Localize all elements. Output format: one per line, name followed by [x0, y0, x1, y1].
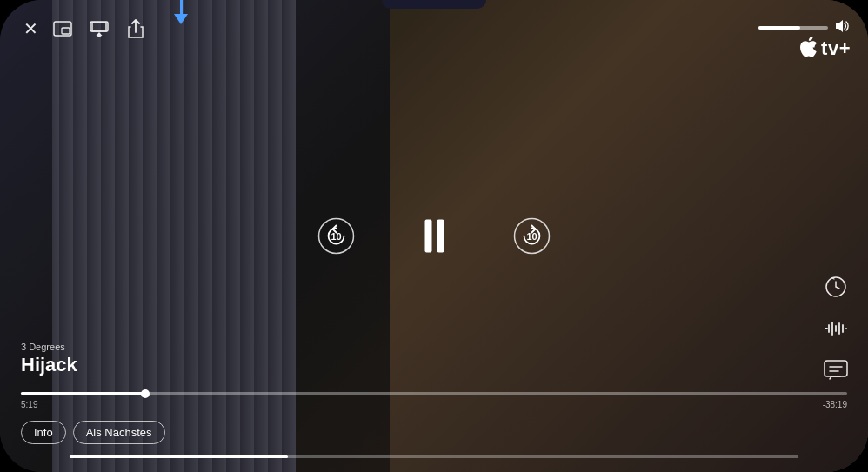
apple-logo-icon — [800, 37, 818, 61]
time-row: 5:19 -38:19 — [21, 400, 847, 409]
episode-title: Hijack — [21, 354, 77, 376]
progress-fill — [21, 392, 145, 395]
bottom-buttons: Info Als Nächstes — [21, 421, 165, 444]
rewind-label: 10 — [317, 216, 357, 256]
info-button[interactable]: Info — [21, 421, 66, 444]
up-next-button[interactable]: Als Nächstes — [73, 421, 165, 444]
pause-icon — [424, 220, 444, 253]
show-name: 3 Degrees — [21, 342, 77, 352]
rewind-circle: 10 — [317, 216, 357, 256]
bottom-progress-fill — [70, 455, 288, 458]
title-area: 3 Degrees Hijack — [21, 342, 77, 376]
forward-label: 10 — [512, 216, 552, 256]
progress-area[interactable]: 5:19 -38:19 — [21, 392, 847, 409]
appletv-text: tv+ — [821, 37, 851, 60]
volume-slider[interactable] — [758, 26, 828, 30]
progress-scrubber[interactable] — [141, 389, 150, 398]
time-elapsed: 5:19 — [21, 400, 37, 409]
svg-rect-6 — [825, 361, 847, 376]
share-button[interactable] — [124, 17, 148, 41]
progress-bar[interactable] — [21, 392, 847, 395]
forward-circle: 10 — [512, 216, 552, 256]
airplay-button[interactable] — [87, 17, 111, 41]
close-button[interactable]: ✕ — [17, 16, 43, 42]
bottom-progress-bar — [70, 455, 798, 458]
rewind-button[interactable]: 10 — [315, 215, 358, 258]
volume-control[interactable] — [758, 19, 851, 36]
audio-tracks-button[interactable] — [821, 314, 851, 343]
phone-frame: ✕ — [0, 0, 868, 472]
top-icon-group — [50, 17, 148, 41]
time-remaining: -38:19 — [823, 400, 847, 409]
ui-overlay: ✕ — [0, 0, 868, 472]
playback-speed-button[interactable] — [821, 272, 851, 302]
pip-button[interactable] — [50, 17, 75, 41]
volume-icon — [835, 19, 851, 36]
pause-button[interactable] — [411, 212, 458, 260]
forward-button[interactable]: 10 — [511, 215, 554, 258]
top-controls: ✕ — [0, 16, 868, 42]
appletv-logo: tv+ — [800, 37, 851, 61]
right-side-icons — [821, 272, 851, 385]
svg-rect-1 — [62, 28, 70, 34]
subtitles-button[interactable] — [821, 356, 851, 385]
volume-fill — [758, 26, 800, 30]
playback-controls: 10 10 — [315, 212, 554, 260]
phone-notch — [382, 0, 486, 9]
